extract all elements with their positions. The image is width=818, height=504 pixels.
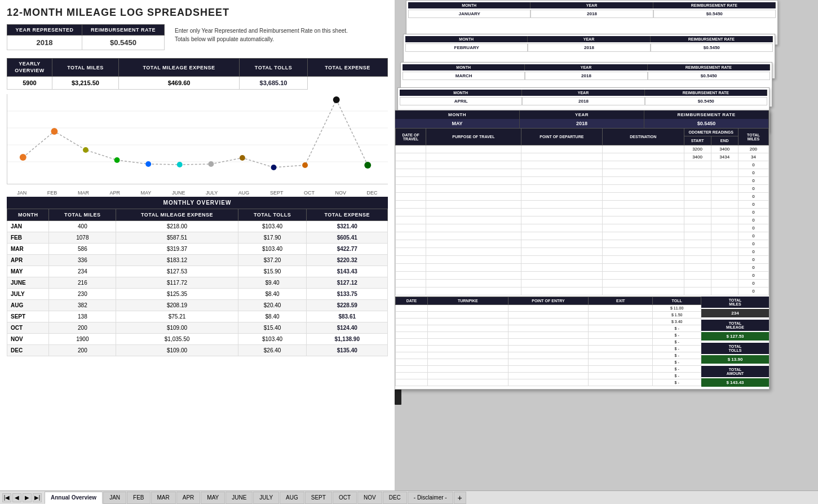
toll-row: $ -	[396, 352, 701, 359]
tab-may[interactable]: MAY	[201, 492, 225, 504]
toll-th-entry: POINT OF ENTRY	[508, 297, 589, 305]
toll-row: $ -	[396, 359, 701, 366]
chart-dot-dec	[364, 162, 371, 169]
sheet-may: MONTH YEAR REIMBURSEMENT RATE MAY 2018 $…	[395, 110, 770, 390]
tab-sept[interactable]: SEPT	[305, 492, 332, 504]
chart-area	[7, 94, 388, 184]
left-panel: 12-MONTH MILEAGE LOG SPREADSHEET YEAR RE…	[0, 0, 395, 490]
nav-next[interactable]: ▶	[23, 493, 32, 502]
chart-dot-oct	[302, 162, 308, 168]
travel-row: 0	[396, 288, 769, 295]
mileage-chart	[7, 94, 388, 179]
yearly-col3: TOTAL TOLLS	[240, 59, 308, 77]
nav-last[interactable]: ▶|	[33, 493, 42, 502]
yearly-overview-table: YEARLYOVERVIEW TOTAL MILES TOTAL MILEAGE…	[7, 58, 388, 90]
tab-annual-overview[interactable]: Annual Overview	[45, 492, 103, 504]
yearly-overview-label: YEARLYOVERVIEW	[7, 59, 52, 77]
tab-oct[interactable]: OCT	[333, 492, 357, 504]
tab-july[interactable]: JULY	[253, 492, 279, 504]
total-amount-val: $ 143.43	[701, 378, 769, 387]
year-value[interactable]: 2018	[7, 36, 82, 50]
nav-first[interactable]: |◀	[2, 493, 11, 502]
toll-row: $ -	[396, 325, 701, 332]
monthly-row: DEC200$109.00$26.40$135.40	[7, 345, 388, 356]
th-start: START	[684, 136, 711, 145]
monthly-row: NOV1900$1,035.50$103.40$1,138.90	[7, 334, 388, 345]
total-amount-label: TOTALAMOUNT	[701, 366, 769, 377]
total-tolls-val: $ 13.90	[701, 355, 769, 364]
yearly-val3: $469.60	[118, 77, 239, 90]
travel-row: 0	[396, 224, 769, 232]
may-header-vals: MAY 2018 $0.5450	[395, 119, 769, 128]
yearly-col2: TOTAL MILEAGE EXPENSE	[118, 59, 239, 77]
tab-dec[interactable]: DEC	[383, 492, 407, 504]
may-month-label: MONTH	[395, 110, 520, 119]
tab-disclaimer[interactable]: - Disclaimer -	[408, 492, 453, 504]
toll-row: $ -	[396, 379, 701, 386]
total-mileage-val: $ 127.53	[701, 332, 769, 341]
toll-th-turnpike: TURNPIKE	[428, 297, 509, 305]
may-year-label: YEAR	[520, 110, 644, 119]
th-total-miles: TOTALMILES	[738, 129, 768, 145]
tab-mar[interactable]: MAR	[151, 492, 176, 504]
travel-row: 0	[396, 185, 769, 193]
yearly-val4: $3,685.10	[240, 77, 308, 90]
tab-aug[interactable]: AUG	[280, 492, 304, 504]
toll-tbody: $ 11.00$ 1.50$ 3.40$ -$ -$ -$ -$ -$ -$ -…	[396, 305, 701, 386]
monthly-row: SEPT138$75.21$8.40$83.61	[7, 311, 388, 322]
travel-row: 0	[396, 264, 769, 272]
travel-row: 0	[396, 193, 769, 201]
toll-th-date: DATE	[396, 297, 428, 305]
chart-label-aug: AUG	[238, 190, 250, 196]
total-miles-label: TOTALMILES	[701, 297, 769, 308]
travel-row: 0	[396, 209, 769, 216]
monthly-row: JAN400$218.00$103.40$321.40	[7, 221, 388, 232]
th-destination: DESTINATION	[603, 129, 684, 145]
page-title: 12-MONTH MILEAGE LOG SPREADSHEET	[7, 7, 388, 19]
chart-label-june: JUNE	[172, 190, 185, 196]
toll-th-toll: TOLL	[653, 297, 701, 305]
tab-june[interactable]: JUNE	[225, 492, 253, 504]
chart-dot-june	[177, 162, 183, 167]
toll-row: $ 11.00	[396, 305, 701, 312]
tab-jan[interactable]: JAN	[103, 492, 126, 504]
yearly-val1: 5900	[7, 77, 52, 90]
chart-labels: JAN FEB MAR APR MAY JUNE JULY AUG SEPT O…	[7, 189, 388, 197]
tab-nov[interactable]: NOV	[357, 492, 382, 504]
toll-row: $ -	[396, 373, 701, 379]
tab-bar: |◀ ◀ ▶ ▶| Annual Overview JAN FEB MAR AP…	[0, 490, 818, 504]
travel-row: 0	[396, 201, 769, 209]
chart-label-may: MAY	[141, 190, 152, 196]
tab-apr[interactable]: APR	[176, 492, 201, 504]
rate-value[interactable]: $0.5450	[82, 36, 164, 50]
nav-prev[interactable]: ◀	[12, 493, 21, 502]
chart-label-jan: JAN	[17, 190, 26, 196]
chart-dot-jan	[20, 154, 26, 161]
toll-row: $ 1.50	[396, 312, 701, 319]
toll-table: DATE TURNPIKE POINT OF ENTRY EXIT TOLL $…	[395, 297, 701, 386]
travel-row: 0	[396, 272, 769, 280]
tab-add-button[interactable]: +	[454, 492, 466, 504]
nav-arrows: |◀ ◀ ▶ ▶|	[2, 493, 42, 502]
tab-feb[interactable]: FEB	[127, 492, 150, 504]
travel-row: 3400343434	[396, 153, 769, 161]
monthly-col-month: MONTH	[7, 209, 49, 221]
main-container: 12-MONTH MILEAGE LOG SPREADSHEET YEAR RE…	[0, 0, 818, 504]
chart-label-nov: NOV	[335, 190, 347, 196]
top-section: YEAR REPRESENTED REIMBURSEMENT RATE 2018…	[7, 24, 388, 54]
chart-label-dec: DEC	[367, 190, 378, 196]
toll-row: $ 3.40	[396, 319, 701, 325]
th-odometer: ODOMETER READINGS	[684, 129, 738, 136]
monthly-row: AUG382$208.19$20.40$228.59	[7, 300, 388, 311]
chart-dot-feb	[51, 128, 58, 135]
monthly-row: MAR586$319.37$103.40$422.77	[7, 244, 388, 255]
may-rate-label: REIMBURSEMENT RATE	[644, 110, 769, 119]
note-text: Enter only Year Represented and Reimburs…	[170, 24, 352, 46]
total-miles-val: 234	[701, 309, 769, 317]
toll-th-exit: EXIT	[589, 297, 653, 305]
monthly-row: OCT200$109.00$15.40$124.40	[7, 322, 388, 334]
monthly-row: FEB1078$587.51$17.90$605.41	[7, 232, 388, 244]
chart-dot-aug	[240, 155, 245, 161]
chart-dot-may	[145, 161, 151, 167]
travel-row: 0	[396, 280, 769, 288]
